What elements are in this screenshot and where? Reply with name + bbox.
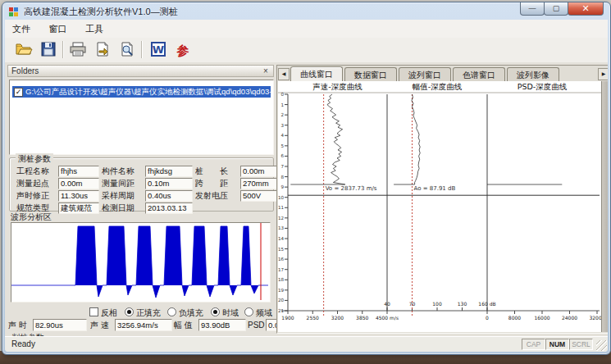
param-field[interactable]: 0.10m (145, 178, 193, 189)
tab-waveimage-window[interactable]: 波列影像 (507, 67, 559, 81)
sound-time-field[interactable]: 82.90us (33, 319, 87, 331)
time-domain-radio[interactable]: 时域 (211, 307, 239, 318)
param-label: 检测日期 (102, 202, 143, 215)
svg-text:9: 9 (280, 184, 284, 189)
svg-text:11: 11 (278, 205, 284, 210)
svg-text:2: 2 (280, 112, 284, 117)
titlebar[interactable]: 高铁建混凝土检测分析软件V1.0—测桩 — ▢ ✕ (2, 2, 610, 20)
svg-text:15: 15 (278, 247, 284, 252)
print-button[interactable] (67, 40, 89, 61)
svg-text:2550: 2550 (307, 315, 319, 321)
maximize-button[interactable]: ▢ (544, 2, 568, 16)
toolbar: W 参 (5, 38, 608, 63)
checkbox-icon[interactable] (89, 307, 98, 316)
tab-wavelist-window[interactable]: 波列窗口 (399, 67, 451, 81)
menu-item-file[interactable]: 文件 (5, 20, 38, 35)
svg-text:1: 1 (280, 102, 284, 107)
radio-on-icon[interactable] (211, 307, 220, 316)
param-field[interactable]: fhjkdsg (145, 166, 193, 177)
tab-data-window[interactable]: 数据窗口 (344, 67, 397, 81)
save-button[interactable] (38, 40, 59, 61)
svg-text:3850: 3850 (356, 315, 368, 321)
freq-domain-radio[interactable]: 频域 (244, 307, 272, 318)
minimize-button[interactable]: — (520, 2, 545, 16)
menu-item-window[interactable]: 窗口 (41, 20, 74, 35)
svg-text:5: 5 (280, 143, 284, 148)
preview-button[interactable] (116, 40, 138, 61)
pile-params-title: 测桩参数 (16, 153, 53, 165)
resize-grip[interactable] (596, 340, 607, 351)
tabstrip: ◀ 曲线窗口 数据窗口 波列窗口 色谱窗口 波列影像 ▶ (277, 66, 608, 81)
tab-scroll-left-icon[interactable]: ◀ (278, 68, 290, 80)
print-preview-icon (119, 41, 135, 57)
tab-curve-window[interactable]: 曲线窗口 (290, 66, 343, 82)
folders-pane-header[interactable]: Folders × (7, 65, 274, 77)
svg-text:10: 10 (278, 195, 284, 200)
save-floppy-icon (40, 41, 57, 57)
svg-text:0: 0 (280, 92, 284, 97)
svg-text:6: 6 (280, 153, 284, 158)
export-button[interactable] (92, 40, 113, 61)
svg-text:Vo = 2837.73 m/s: Vo = 2837.73 m/s (326, 185, 377, 192)
freq-domain-label: 频域 (256, 308, 272, 317)
pile-params-grid: 工程名称 fhjhs 构件名称 fhjkdsg 桩 长 0.00m 测量起点 0… (16, 166, 270, 215)
client-area: Folders × ✓G:\公司产品设计开发\超声仪器\超声仪实地检测数据\调试… (5, 62, 608, 337)
params-button[interactable]: 参 (172, 40, 194, 61)
tab-spectrum-window[interactable]: 色谱窗口 (453, 67, 505, 81)
tree-item-label: G:\公司产品设计开发\超声仪器\超声仪实地检测数据\调试qd\qd03\qd0… (25, 87, 271, 96)
charts-svg: 0123456789101112131415161718192021声速-深度曲… (278, 81, 601, 331)
fill-negative-radio[interactable]: 负填充 (167, 307, 203, 318)
amplitude-label: 幅 值 (174, 321, 193, 330)
tab-scroll-right-icon[interactable]: ▶ (598, 68, 608, 80)
status-ready-text: Ready (11, 339, 35, 348)
menu-item-tools[interactable]: 工具 (78, 20, 111, 35)
svg-text:7: 7 (280, 164, 284, 169)
param-field[interactable]: fhjhs (58, 166, 99, 177)
open-button[interactable] (13, 40, 34, 61)
svg-text:20: 20 (278, 298, 284, 303)
radio-off-icon[interactable] (167, 307, 176, 316)
checkbox-checked-icon[interactable]: ✓ (14, 88, 23, 97)
param-field[interactable]: 2013.03.13 (145, 202, 193, 214)
sound-time-label: 声 时 (8, 321, 27, 330)
svg-text:32000: 32000 (589, 315, 601, 321)
param-label: 采样周期 (102, 190, 143, 202)
window-content: 文件 窗口 工具 (5, 20, 608, 352)
svg-text:PSD-深度曲线: PSD-深度曲线 (518, 82, 568, 91)
status-scrl-indicator: SCRL (569, 339, 593, 350)
waveform-box[interactable] (11, 222, 271, 303)
tabs: 曲线窗口 数据窗口 波列窗口 色谱窗口 波列影像 (290, 67, 561, 82)
sound-speed-field[interactable]: 3256.94m/s (115, 319, 172, 331)
param-field[interactable]: 11.30us (58, 190, 99, 202)
radio-on-icon[interactable] (125, 307, 134, 316)
page-export-icon (94, 41, 111, 57)
svg-text:声速-深度曲线: 声速-深度曲线 (312, 82, 362, 91)
close-button[interactable]: ✕ (568, 2, 604, 16)
radio-off-icon[interactable] (244, 307, 253, 316)
waveform-canvas (11, 223, 268, 300)
param-field[interactable]: 建筑规范 (58, 202, 99, 214)
svg-text:4: 4 (280, 133, 284, 138)
svg-text:13: 13 (278, 225, 284, 230)
param-field[interactable]: 0.40us (145, 190, 193, 202)
sound-speed-label: 声 速 (90, 321, 109, 330)
invert-checkbox[interactable]: 反相 (89, 307, 117, 318)
folders-listbox[interactable]: ✓G:\公司产品设计开发\超声仪器\超声仪实地检测数据\调试qd\qd03\qd… (9, 80, 274, 155)
app-icon (9, 6, 21, 17)
params-glyph-icon: 参 (177, 43, 189, 57)
close-pane-icon[interactable]: × (261, 66, 271, 77)
open-folder-icon (15, 41, 33, 57)
param-field[interactable]: 0.00m (58, 178, 99, 189)
pile-params-groupbox: 测桩参数 工程名称 fhjhs 构件名称 fhjkdsg 桩 长 0.00m 测… (9, 157, 274, 212)
vertical-scrollbar[interactable] (601, 81, 608, 332)
svg-text:16000: 16000 (534, 315, 549, 321)
fill-positive-radio[interactable]: 正填充 (125, 307, 161, 318)
amplitude-field[interactable]: 93.90dB (198, 319, 246, 331)
svg-text:100: 100 (432, 301, 442, 307)
param-label: 测量间距 (102, 178, 143, 190)
word-button[interactable]: W (148, 40, 169, 61)
param-label: 测量起点 (16, 178, 56, 190)
tree-item-selected[interactable]: ✓G:\公司产品设计开发\超声仪器\超声仪实地检测数据\调试qd\qd03\qd… (12, 86, 271, 98)
svg-text:1900: 1900 (281, 315, 294, 321)
svg-text:幅值-深度曲线: 幅值-深度曲线 (413, 82, 463, 91)
